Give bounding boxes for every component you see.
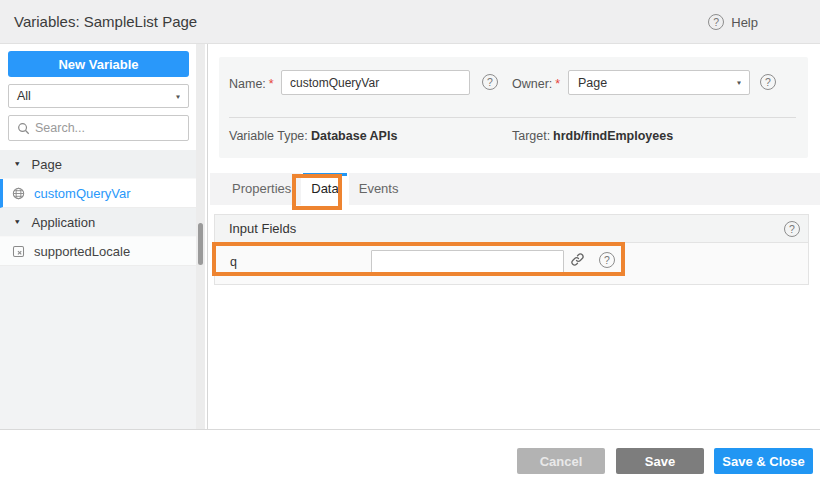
input-fields-header: Input Fields ? bbox=[215, 215, 808, 243]
panel-divider bbox=[229, 117, 796, 118]
sidebar-empty-area bbox=[0, 266, 196, 429]
chevron-down-icon: ▾ bbox=[737, 79, 741, 87]
target-value: hrdb/findEmployees bbox=[553, 129, 673, 143]
help-circle-icon: ? bbox=[708, 14, 724, 30]
tree-group-application[interactable]: ▾ Application bbox=[0, 208, 196, 237]
variable-type-label: Variable Type: bbox=[229, 129, 308, 143]
input-fields-section: Input Fields ? q ? bbox=[214, 214, 809, 285]
variable-type-value: Database APIs bbox=[311, 129, 397, 143]
name-input[interactable] bbox=[282, 71, 469, 94]
help-button[interactable]: ? Help bbox=[708, 0, 758, 44]
owner-dropdown[interactable]: Page ▾ bbox=[568, 70, 750, 95]
tree-item-customqueryvar[interactable]: customQueryVar bbox=[0, 179, 196, 208]
tab-properties[interactable]: Properties bbox=[222, 173, 301, 205]
chevron-down-icon: ▾ bbox=[176, 92, 180, 100]
dialog-footer: Cancel Save Save & Close bbox=[0, 429, 820, 489]
collapse-caret-icon: ▾ bbox=[15, 160, 20, 168]
tree-group-label: Application bbox=[32, 215, 96, 230]
owner-help-icon[interactable]: ? bbox=[760, 74, 776, 90]
required-asterisk: * bbox=[269, 77, 274, 91]
target-label: Target: bbox=[512, 129, 550, 143]
variable-summary-panel: Name:* ? Owner:* Page ▾ ? Variable Type:… bbox=[219, 57, 808, 158]
input-fields-help-icon[interactable]: ? bbox=[784, 221, 800, 237]
tab-events[interactable]: Events bbox=[349, 173, 409, 205]
tab-data[interactable]: Data bbox=[301, 173, 348, 205]
help-label: Help bbox=[731, 15, 758, 30]
owner-label: Owner:* bbox=[512, 77, 560, 91]
tree-group-label: Page bbox=[32, 157, 62, 172]
tree-group-page[interactable]: ▾ Page bbox=[0, 150, 196, 179]
name-field-box bbox=[281, 70, 470, 95]
name-label: Name:* bbox=[229, 77, 274, 91]
bind-link-icon[interactable] bbox=[570, 252, 585, 267]
variables-dialog: Variables: SampleList Page ? Help New Va… bbox=[0, 0, 820, 489]
sidebar-scrollbar-thumb[interactable] bbox=[198, 223, 203, 265]
new-variable-button[interactable]: New Variable bbox=[8, 51, 189, 77]
collapse-caret-icon: ▾ bbox=[15, 218, 20, 226]
cancel-button[interactable]: Cancel bbox=[517, 448, 605, 474]
tree-item-supportedlocale[interactable]: supportedLocale bbox=[0, 237, 196, 266]
q-field-box bbox=[371, 250, 564, 273]
static-variable-icon bbox=[12, 245, 25, 258]
filter-selected-value: All bbox=[9, 89, 176, 103]
variable-filter-dropdown[interactable]: All ▾ bbox=[8, 84, 189, 108]
variables-sidebar: New Variable All ▾ ▾ Page bbox=[0, 44, 208, 429]
name-help-icon[interactable]: ? bbox=[482, 74, 498, 90]
editor-tabbar: Properties Data Events bbox=[210, 173, 820, 205]
variable-editor: Name:* ? Owner:* Page ▾ ? Variable Type:… bbox=[208, 44, 820, 429]
search-icon bbox=[17, 122, 30, 135]
tree-item-label: supportedLocale bbox=[34, 244, 130, 259]
search-input[interactable] bbox=[35, 121, 175, 135]
q-value-input[interactable] bbox=[372, 251, 563, 272]
variables-tree: ▾ Page customQueryVar ▾ Application bbox=[0, 150, 196, 266]
variable-search-box[interactable] bbox=[8, 115, 189, 141]
section-title: Input Fields bbox=[229, 221, 296, 236]
save-button[interactable]: Save bbox=[616, 448, 704, 474]
service-variable-icon bbox=[12, 187, 25, 200]
dialog-header: Variables: SampleList Page ? Help bbox=[0, 0, 820, 44]
page-title: Variables: SampleList Page bbox=[14, 13, 197, 30]
active-tab-indicator bbox=[303, 173, 346, 176]
input-fields-body: q ? bbox=[215, 243, 808, 284]
field-name-q: q bbox=[230, 255, 237, 269]
save-and-close-button[interactable]: Save & Close bbox=[714, 448, 813, 474]
required-asterisk: * bbox=[555, 77, 560, 91]
owner-selected-value: Page bbox=[569, 76, 737, 90]
tree-item-label: customQueryVar bbox=[34, 186, 131, 201]
q-help-icon[interactable]: ? bbox=[599, 252, 615, 268]
